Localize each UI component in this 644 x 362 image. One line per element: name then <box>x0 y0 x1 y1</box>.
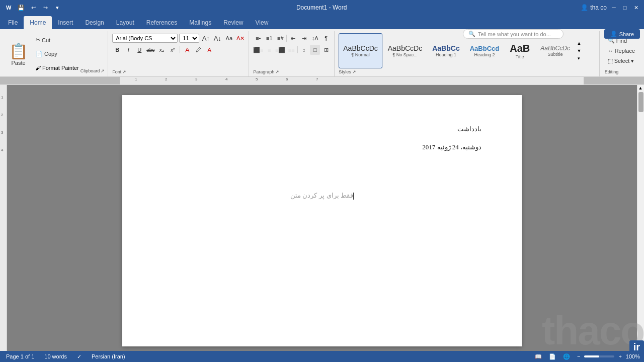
right-scrollbar[interactable]: ▲ ▼ <box>637 85 644 352</box>
document-date: دوشنبه، 24 ژوئیه 2017 <box>163 143 481 151</box>
placeholder-content: فقط برای پر کردن متن <box>290 192 353 199</box>
borders-button[interactable]: ⊞ <box>321 45 331 55</box>
tab-layout[interactable]: Layout <box>110 16 140 29</box>
copy-button[interactable]: 📄 Copy <box>34 50 80 58</box>
underline-button[interactable]: U <box>134 45 144 55</box>
text-effects-button[interactable]: A <box>182 45 192 55</box>
styles-scroll-down[interactable]: ▼ <box>576 47 583 54</box>
italic-button[interactable]: I <box>123 45 133 55</box>
style-heading1[interactable]: AaBbCc Heading 1 <box>428 33 464 68</box>
redo-button[interactable]: ↪ <box>40 3 50 13</box>
select-button[interactable]: ⬚ Select ▾ <box>605 57 638 65</box>
align-right-button[interactable]: ≡⬛ <box>275 45 285 55</box>
tab-mailings[interactable]: Mailings <box>183 16 217 29</box>
strikethrough-button[interactable]: abc <box>145 45 155 55</box>
zoom-in-button[interactable]: + <box>616 353 623 360</box>
zoom-controls: − + 100% <box>575 353 640 360</box>
print-layout-button[interactable]: 📄 <box>547 353 558 360</box>
paste-button[interactable]: 📋 Paste <box>5 33 32 74</box>
para-divider-2 <box>297 46 298 53</box>
language-selector[interactable]: Persian (Iran) <box>90 353 127 360</box>
sort-button[interactable]: ↕A <box>310 33 320 43</box>
justify-button[interactable]: ≡≡ <box>286 45 296 55</box>
style-no-spacing[interactable]: AaBbCcDc ¶ No Spac... <box>383 33 427 68</box>
bold-button[interactable]: B <box>112 45 122 55</box>
tab-review[interactable]: Review <box>217 16 249 29</box>
document-page[interactable]: یادداشت دوشنبه، 24 ژوئیه 2017 فقط برای پ… <box>122 95 522 346</box>
tab-file[interactable]: File <box>2 16 24 29</box>
tab-references[interactable]: References <box>140 16 183 29</box>
clipboard-group: 📋 Paste ✂ Cut 📄 Copy 🖌 Format Painter C <box>2 31 108 76</box>
read-mode-button[interactable]: 📖 <box>533 353 544 360</box>
styles-expand-icon[interactable]: ↗ <box>352 69 356 74</box>
decrease-indent-button[interactable]: ⇤ <box>288 33 298 43</box>
undo-button[interactable]: ↩ <box>28 3 38 13</box>
superscript-button[interactable]: x² <box>168 45 178 55</box>
proofing-icon[interactable]: ✓ <box>75 353 84 360</box>
page-info[interactable]: Page 1 of 1 <box>4 353 36 360</box>
font-expand-icon[interactable]: ↗ <box>122 69 126 74</box>
align-center-button[interactable]: ≡ <box>264 45 274 55</box>
ribbon-tab-bar: File Home Insert Design Layout Reference… <box>0 15 644 29</box>
restore-button[interactable]: □ <box>621 4 629 12</box>
word-logo-icon: W <box>4 3 14 13</box>
change-case-button[interactable]: Aa <box>224 33 234 43</box>
font-color-button[interactable]: A <box>204 45 214 55</box>
customize-quick-access-button[interactable]: ▾ <box>52 3 62 13</box>
show-hide-button[interactable]: ¶ <box>321 33 331 43</box>
font-name-select[interactable]: Arial (Body CS <box>112 34 178 43</box>
font-grow-button[interactable]: A↑ <box>201 33 211 43</box>
clipboard-expand-icon[interactable]: ↗ <box>101 68 105 73</box>
increase-indent-button[interactable]: ⇥ <box>299 33 309 43</box>
select-icon: ⬚ <box>608 58 613 64</box>
clipboard-actions: ✂ Cut 📄 Copy 🖌 Format Painter <box>34 33 80 74</box>
clipboard-group-label: Clipboard ↗ <box>80 67 105 74</box>
document-title: Document1 - Word <box>296 4 347 11</box>
share-label: Share <box>619 31 634 37</box>
tab-view[interactable]: View <box>250 16 275 29</box>
numbering-button[interactable]: ≡1 <box>264 33 274 43</box>
clear-formatting-button[interactable]: A✕ <box>235 33 246 43</box>
cut-button[interactable]: ✂ Cut <box>34 36 80 44</box>
word-count[interactable]: 10 words <box>42 353 69 360</box>
style-normal[interactable]: AaBbCcDc ¶ Normal <box>339 33 382 68</box>
paste-label: Paste <box>11 60 25 66</box>
styles-scroll-up[interactable]: ▲ <box>576 40 583 47</box>
ruler: 1 2 3 4 5 6 7 <box>0 77 644 85</box>
font-row-1: Arial (Body CS 11 A↑ A↓ Aa A✕ <box>112 33 246 43</box>
styles-scroll-controls: ▲ ▼ ▾ <box>576 40 583 62</box>
line-spacing-button[interactable]: ↕ <box>299 45 309 55</box>
save-button[interactable]: 💾 <box>16 3 26 13</box>
share-button[interactable]: 👤 Share <box>604 29 640 39</box>
tab-home[interactable]: Home <box>24 16 52 29</box>
scroll-up-button[interactable]: ▲ <box>637 85 643 91</box>
styles-expand-button[interactable]: ▾ <box>576 55 583 62</box>
tell-me-placeholder: Tell me what you want to do... <box>478 31 551 37</box>
para-divider-1 <box>286 35 287 42</box>
multilevel-list-button[interactable]: ≡# <box>275 33 285 43</box>
font-row-2: B I U abc x₂ x² A 🖊 A <box>112 45 246 55</box>
title-bar-controls: 👤 tha co ─ □ ✕ <box>581 4 640 12</box>
tab-insert[interactable]: Insert <box>52 16 79 29</box>
shading-button[interactable]: □ <box>310 45 320 55</box>
close-button[interactable]: ✕ <box>632 4 640 12</box>
font-size-select[interactable]: 11 <box>179 34 199 43</box>
font-shrink-button[interactable]: A↓ <box>212 33 222 43</box>
scroll-thumb[interactable] <box>638 92 643 112</box>
tell-me-input[interactable]: 🔍 Tell me what you want to do... <box>463 29 564 39</box>
subscript-button[interactable]: x₂ <box>156 45 167 55</box>
format-painter-button[interactable]: 🖌 Format Painter <box>34 64 80 71</box>
text-highlight-button[interactable]: 🖊 <box>193 45 203 55</box>
web-layout-button[interactable]: 🌐 <box>561 353 572 360</box>
document-area[interactable]: یادداشت دوشنبه، 24 ژوئیه 2017 فقط برای پ… <box>7 85 637 352</box>
tab-design[interactable]: Design <box>79 16 110 29</box>
minimize-button[interactable]: ─ <box>610 4 618 12</box>
zoom-slider[interactable] <box>584 355 614 357</box>
bullets-button[interactable]: ≡• <box>253 33 263 43</box>
align-left-button[interactable]: ⬛≡ <box>253 45 263 55</box>
copy-icon: 📄 <box>36 51 43 57</box>
paragraph-expand-icon[interactable]: ↗ <box>275 69 279 74</box>
replace-button[interactable]: ↔ Replace <box>605 47 638 55</box>
zoom-out-button[interactable]: − <box>575 353 582 360</box>
document-placeholder-text[interactable]: فقط برای پر کردن متن <box>163 192 481 200</box>
